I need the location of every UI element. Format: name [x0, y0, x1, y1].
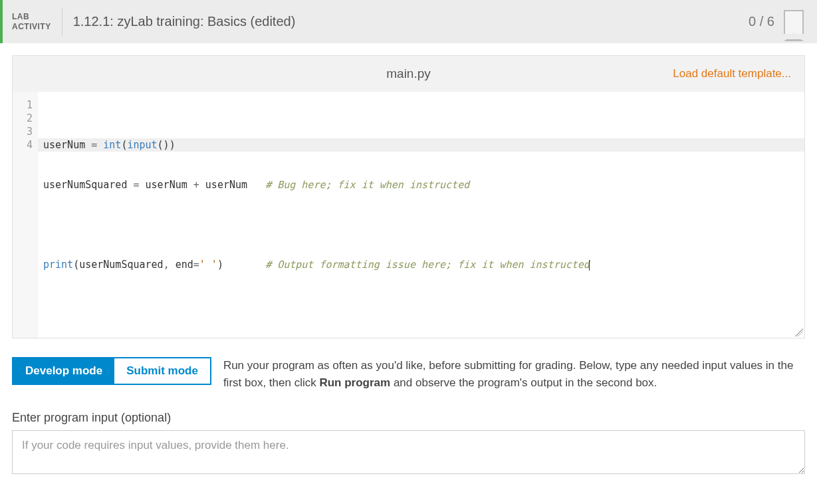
program-input-section: Enter program input (optional) [12, 411, 805, 477]
editor-header: main.py Load default template... [13, 56, 804, 92]
file-name: main.py [386, 66, 431, 81]
lab-header: LAB ACTIVITY 1.12.1: zyLab training: Bas… [0, 0, 817, 43]
program-input[interactable] [12, 430, 805, 474]
resize-handle-icon[interactable] [795, 328, 803, 336]
instructions-text: and observe the program's output in the … [390, 376, 657, 389]
bookmark-icon[interactable] [784, 10, 804, 34]
controls-section: Develop mode Submit mode Run your progra… [12, 357, 805, 392]
editor-panel: main.py Load default template... 1 2 3 4… [12, 55, 805, 338]
line-number: 1 [22, 98, 33, 112]
line-gutter: 1 2 3 4 [13, 92, 38, 338]
code-line[interactable]: print(userNumSquared, end=' ') # Output … [43, 258, 799, 271]
lab-label-line1: LAB [12, 12, 51, 22]
text-cursor [589, 260, 590, 271]
program-input-label: Enter program input (optional) [12, 411, 805, 425]
code-line[interactable]: userNum = int(input()) [43, 138, 799, 152]
line-number: 4 [22, 138, 33, 152]
code-line[interactable]: userNumSquared = userNum + userNum # Bug… [43, 178, 799, 191]
submit-mode-button[interactable]: Submit mode [114, 358, 210, 384]
code-editor[interactable]: 1 2 3 4 userNum = int(input()) userNumSq… [13, 92, 804, 338]
divider [62, 7, 62, 37]
lab-activity-label: LAB ACTIVITY [12, 12, 51, 32]
lab-label-line2: ACTIVITY [12, 22, 51, 32]
load-default-template-link[interactable]: Load default template... [673, 67, 791, 80]
code-area[interactable]: userNum = int(input()) userNumSquared = … [38, 92, 804, 338]
run-program-label: Run program [319, 376, 390, 389]
lab-title: 1.12.1: zyLab training: Basics (edited) [73, 14, 749, 29]
lab-score: 0 / 6 [749, 14, 774, 29]
line-number: 3 [22, 125, 33, 138]
line-number: 2 [22, 112, 33, 125]
code-line[interactable] [43, 218, 799, 231]
develop-mode-button[interactable]: Develop mode [13, 358, 114, 384]
mode-toggle: Develop mode Submit mode [12, 357, 211, 385]
mode-instructions: Run your program as often as you'd like,… [223, 357, 805, 392]
